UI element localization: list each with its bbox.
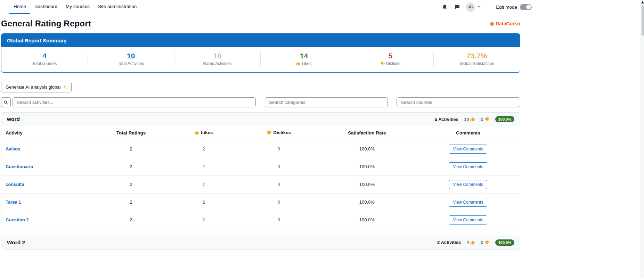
stat-label: Rated Activities — [174, 61, 261, 66]
total-ratings-cell: 2 — [95, 193, 168, 211]
header-dislikes: Dislikes — [240, 126, 318, 140]
likes-cell: 2 — [167, 193, 240, 211]
course-likes-count: 10 — [464, 117, 475, 122]
thumbs-down-icon — [485, 240, 490, 245]
generate-ai-analysis-label: Generate AI analysis global — [6, 84, 60, 90]
avatar[interactable]: JC — [466, 2, 475, 12]
activity-link[interactable]: consulta — [6, 182, 24, 187]
vertical-scrollbar[interactable] — [641, 0, 644, 278]
activities-count: 5 Activities — [435, 117, 458, 122]
thumbs-up-icon — [470, 117, 475, 122]
view-comments-button[interactable]: View Comments — [449, 145, 487, 154]
header-total-ratings: Total Ratings — [95, 126, 168, 140]
course-name: word — [7, 116, 20, 122]
generate-ai-analysis-button[interactable]: Generate AI analysis global — [1, 82, 72, 92]
nav-item-my-courses[interactable]: My courses — [62, 0, 94, 14]
activity-link[interactable]: Tarea 1 — [6, 199, 21, 205]
stat-label: Total courses — [1, 61, 88, 66]
course-dislikes-count: 0 — [481, 117, 489, 122]
stat-value: 14 — [261, 52, 347, 60]
edit-mode-label: Edit mode — [496, 5, 517, 10]
activity-link[interactable]: Avisos — [6, 146, 20, 152]
view-comments-button[interactable]: View Comments — [449, 180, 487, 189]
stat-total-activities: 10 Total Activities — [88, 52, 174, 66]
likes-cell: 2 — [167, 158, 240, 175]
messages-chat-icon[interactable] — [453, 3, 461, 11]
view-comments-button[interactable]: View Comments — [449, 215, 487, 224]
summary-header: Global Report Summary — [1, 34, 520, 47]
stat-value: 73.7% — [434, 52, 520, 60]
course-name: Word 2 — [7, 239, 25, 246]
header-comments: Comments — [416, 126, 520, 140]
course-meta: 2 Activities 4 0 100.0% — [437, 239, 514, 246]
stat-label: Likes — [261, 61, 347, 66]
edit-mode-control: Edit mode — [496, 4, 532, 10]
stat-rated-activities: 10 Rated Activities — [174, 52, 261, 66]
course-dislikes-count: 0 — [481, 240, 489, 245]
search-button[interactable] — [1, 97, 11, 107]
satisfaction-cell: 100.0% — [318, 140, 416, 158]
search-categories-input[interactable] — [265, 97, 388, 107]
satisfaction-badge: 100.0% — [495, 116, 514, 122]
satisfaction-cell: 100.0% — [318, 158, 416, 175]
thumbs-up-icon — [470, 240, 475, 245]
thumbs-down-icon — [381, 62, 385, 66]
total-ratings-cell: 2 — [95, 211, 168, 229]
dislikes-cell: 0 — [240, 140, 318, 158]
stat-value: 10 — [174, 52, 261, 60]
summary-stats: 4 Total courses 10 Total Activities 10 R… — [1, 47, 520, 72]
search-courses-input[interactable] — [397, 97, 520, 107]
header-satisfaction-rate: Satisfaction Rate — [318, 126, 416, 140]
stat-value: 4 — [1, 52, 88, 60]
nav-item-dashboard[interactable]: Dashboard — [30, 0, 62, 14]
stat-label: Total Activities — [88, 61, 174, 66]
thumbs-up-icon — [194, 130, 199, 135]
view-comments-button[interactable]: View Comments — [449, 162, 487, 171]
user-menu[interactable]: JC — [466, 2, 481, 12]
likes-cell: 2 — [167, 211, 240, 229]
stat-likes: 14 Likes — [261, 52, 347, 66]
brand-name: DataCurso — [496, 21, 520, 26]
scrollbar-thumb[interactable] — [642, 5, 644, 36]
table-row: consulta 2 2 0 100.0% View Comments — [1, 175, 520, 193]
course-card-word-2: Word 2 2 Activities 4 0 100.0% — [1, 236, 520, 250]
satisfaction-cell: 100.0% — [318, 211, 416, 229]
nav-item-site-administration[interactable]: Site administration — [94, 0, 141, 14]
total-ratings-cell: 2 — [95, 158, 168, 175]
total-ratings-cell: 2 — [95, 175, 168, 193]
header-activity: Activity — [1, 126, 95, 140]
main-content: General Rating Report DataCurso Global R… — [1, 19, 520, 250]
top-navbar: Home Dashboard My courses Site administr… — [0, 0, 644, 14]
stat-total-courses: 4 Total courses — [1, 52, 88, 66]
sparkle-icon — [63, 85, 67, 89]
thumbs-down-icon — [485, 117, 490, 122]
likes-cell: 2 — [167, 140, 240, 158]
search-row — [1, 97, 520, 107]
nav-item-home[interactable]: Home — [9, 0, 30, 14]
activity-link[interactable]: Cuestionario — [6, 164, 33, 169]
activity-link[interactable]: Cuestion 2 — [6, 217, 28, 222]
course-likes-count: 4 — [466, 240, 475, 245]
scroll-up-arrow-icon[interactable] — [641, 1, 644, 3]
stat-value: 5 — [347, 52, 433, 60]
title-row: General Rating Report DataCurso — [1, 19, 520, 28]
dislikes-cell: 0 — [240, 175, 318, 193]
likes-cell: 2 — [167, 175, 240, 193]
edit-mode-toggle[interactable] — [520, 4, 532, 10]
course-meta: 5 Activities 10 0 100.0% — [435, 116, 514, 122]
table-row: Cuestion 2 2 2 0 100.0% View Comments — [1, 211, 520, 229]
toggle-knob — [526, 5, 531, 9]
chevron-down-icon — [477, 4, 481, 10]
dislikes-cell: 0 — [240, 193, 318, 211]
notifications-bell-icon[interactable] — [441, 3, 448, 11]
table-row: Avisos 2 2 0 100.0% View Comments — [1, 140, 520, 158]
table-row: Tarea 1 2 2 0 100.0% View Comments — [1, 193, 520, 211]
stat-value: 10 — [88, 52, 174, 60]
stat-label: Global Satisfaction — [434, 61, 520, 66]
view-comments-button[interactable]: View Comments — [449, 198, 487, 207]
satisfaction-badge: 100.0% — [495, 239, 514, 246]
table-row: Cuestionario 2 2 0 100.0% View Comments — [1, 158, 520, 175]
header-likes: Likes — [167, 126, 240, 140]
search-activities-input[interactable] — [13, 97, 256, 107]
nav-items: Home Dashboard My courses Site administr… — [9, 0, 141, 14]
